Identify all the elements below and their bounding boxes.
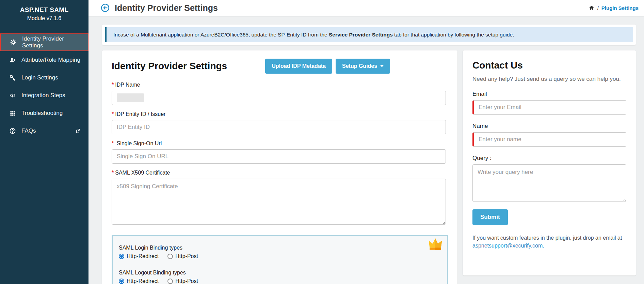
sidebar-item-label: Attribute/Role Mapping xyxy=(21,57,80,63)
field-label: * Single Sign-On Url xyxy=(112,140,448,147)
alert-text: tab for that application by following th… xyxy=(393,32,514,38)
question-circle-icon xyxy=(9,128,16,134)
email-label: Email xyxy=(472,91,626,98)
logout-binding-http-post-option[interactable]: Http-Post xyxy=(167,278,198,284)
sidebar-item-label: Login Settings xyxy=(21,74,58,81)
logout-binding-http-redirect-option[interactable]: Http-Redirect xyxy=(119,278,159,284)
button-label: Setup Guides xyxy=(342,63,377,69)
field-x509-certificate: *SAML X509 Certificate xyxy=(112,170,448,226)
circle-arrow-left-icon[interactable] xyxy=(101,3,110,12)
code-icon xyxy=(9,92,16,99)
label-text: SAML X509 Certificate xyxy=(115,170,170,176)
page-title: Identity Provider Settings xyxy=(115,3,218,13)
sidebar-item-faqs[interactable]: FAQs xyxy=(0,122,88,140)
sidebar-item-label: Troubleshooting xyxy=(21,110,63,117)
sidebar-item-label: FAQs xyxy=(21,128,36,134)
sidebar-item-label: Integration Steps xyxy=(21,92,65,99)
external-link-icon xyxy=(75,128,81,134)
breadcrumb-separator: / xyxy=(597,5,599,11)
field-sso-url: * Single Sign-On Url xyxy=(112,140,448,164)
sidebar-item-label: Identity Provider Settings xyxy=(22,35,80,49)
logout-binding-group: SAML Logout Binding types Http-Redirect … xyxy=(119,270,441,284)
sidebar-item-login-settings[interactable]: Login Settings xyxy=(0,69,88,87)
contact-footer: If you want custom features in the plugi… xyxy=(472,234,626,250)
topbar: Identity Provider Settings / Plugin Sett… xyxy=(88,0,644,16)
login-binding-label: SAML Login Binding types xyxy=(119,245,441,251)
footer-text: If you want custom features in the plugi… xyxy=(472,235,622,241)
grid-icon xyxy=(9,110,16,117)
alert-text: Incase of a Multitenant application or A… xyxy=(113,32,329,38)
field-idp-name: *IDP Name xyxy=(112,82,448,105)
idp-settings-card: Identity Provider Settings Upload IDP Me… xyxy=(102,50,457,284)
sidebar-item-attribute-role-mapping[interactable]: Attribute/Role Mapping xyxy=(0,51,88,69)
email-field[interactable] xyxy=(472,100,626,115)
sidebar-nav: Identity Provider Settings Attribute/Rol… xyxy=(0,33,88,140)
contact-subtitle: Need any help? Just send us a query so w… xyxy=(472,76,626,83)
radio-selected-icon xyxy=(119,279,124,284)
field-label: *IDP Entity ID / Issuer xyxy=(112,111,448,117)
card-title: Identity Provider Settings xyxy=(112,61,227,72)
login-binding-http-redirect-option[interactable]: Http-Redirect xyxy=(119,253,159,259)
sso-url-input[interactable] xyxy=(112,149,446,164)
required-marker: * xyxy=(112,170,114,176)
crown-icon xyxy=(428,238,442,250)
gears-icon xyxy=(10,39,17,46)
logout-binding-label: SAML Logout Binding types xyxy=(119,270,441,276)
radio-unselected-icon xyxy=(167,254,173,259)
contact-title: Contact Us xyxy=(472,60,626,71)
login-binding-http-post-option[interactable]: Http-Post xyxy=(167,253,198,259)
login-binding-group: SAML Login Binding types Http-Redirect H… xyxy=(119,245,441,259)
sidebar-item-identity-provider-settings[interactable]: Identity Provider Settings xyxy=(0,33,88,51)
field-label: *IDP Name xyxy=(112,82,448,88)
name-field[interactable] xyxy=(472,132,626,147)
caret-down-icon xyxy=(380,65,384,67)
info-alert: Incase of a Multitenant application or A… xyxy=(105,27,633,42)
submit-button[interactable]: Submit xyxy=(472,209,508,225)
radio-label: Http-Post xyxy=(175,278,198,284)
app-version: Module v7.1.6 xyxy=(0,15,88,21)
breadcrumb-link-plugin-settings[interactable]: Plugin Settings xyxy=(601,5,639,11)
key-icon xyxy=(9,74,16,81)
query-label: Query : xyxy=(472,155,626,162)
label-text: Single Sign-On Url xyxy=(117,140,162,146)
info-alert-card: Incase of a Multitenant application or A… xyxy=(102,25,636,45)
user-plus-icon xyxy=(9,57,16,63)
setup-guides-button[interactable]: Setup Guides xyxy=(336,59,390,74)
redacted-value xyxy=(117,93,144,102)
label-text: IDP Entity ID / Issuer xyxy=(115,111,165,117)
button-label: Submit xyxy=(480,214,500,221)
field-label: *SAML X509 Certificate xyxy=(112,170,448,176)
support-email-link[interactable]: aspnetsupport@xecurify.com. xyxy=(472,243,544,249)
home-icon[interactable] xyxy=(589,5,595,11)
required-marker: * xyxy=(112,111,114,117)
breadcrumb: / Plugin Settings xyxy=(589,5,639,11)
name-label: Name xyxy=(472,123,626,130)
sidebar-item-troubleshooting[interactable]: Troubleshooting xyxy=(0,104,88,122)
radio-label: Http-Post xyxy=(175,253,198,259)
required-marker: * xyxy=(112,82,114,88)
sidebar-item-integration-steps[interactable]: Integration Steps xyxy=(0,87,88,104)
radio-selected-icon xyxy=(119,254,124,259)
field-idp-entity-id: *IDP Entity ID / Issuer xyxy=(112,111,448,134)
app-title: ASP.NET SAML xyxy=(0,6,88,14)
button-label: Upload IDP Metadata xyxy=(272,63,326,69)
x509-certificate-textarea[interactable] xyxy=(112,179,446,225)
query-textarea[interactable] xyxy=(472,164,626,202)
radio-label: Http-Redirect xyxy=(127,278,159,284)
contact-us-card: Contact Us Need any help? Just send us a… xyxy=(463,50,636,275)
radio-unselected-icon xyxy=(167,279,173,284)
idp-entity-id-input[interactable] xyxy=(112,120,446,134)
sidebar-header: ASP.NET SAML Module v7.1.6 xyxy=(0,0,88,33)
idp-name-input[interactable] xyxy=(112,91,446,105)
radio-label: Http-Redirect xyxy=(127,253,159,259)
upload-idp-metadata-button[interactable]: Upload IDP Metadata xyxy=(265,59,332,74)
alert-text-bold: Service Provider Settings xyxy=(329,32,393,38)
content-area: Incase of a Multitenant application or A… xyxy=(88,16,644,284)
label-text: IDP Name xyxy=(115,82,140,88)
sidebar: ASP.NET SAML Module v7.1.6 Identity Prov… xyxy=(0,0,88,284)
saml-binding-section: SAML Login Binding types Http-Redirect H… xyxy=(112,235,448,284)
required-marker: * xyxy=(112,140,114,146)
